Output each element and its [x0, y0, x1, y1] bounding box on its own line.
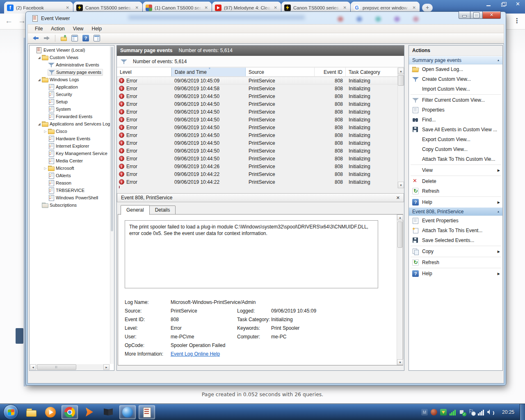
tree-item-application[interactable]: Application: [30, 83, 110, 91]
event-row[interactable]: Error09/06/2019 10:44:22PrintService808I…: [117, 178, 398, 186]
action-help[interactable]: Help▶: [409, 197, 502, 207]
toolbar-help-button[interactable]: [81, 34, 90, 43]
action-event-properties[interactable]: Event Properties: [409, 216, 502, 226]
event-row[interactable]: Error09/06/2019 10:44:50PrintService808I…: [117, 147, 398, 155]
tree-item-event-viewer-local[interactable]: Event Viewer (Local): [30, 46, 110, 54]
toolbar-back-button[interactable]: [31, 34, 40, 43]
taskbar-event-viewer-button[interactable]: [139, 405, 155, 419]
action-delete[interactable]: Delete: [409, 176, 502, 186]
menu-help[interactable]: Help: [88, 25, 106, 32]
tree-item-windows-logs[interactable]: ◢Windows Logs: [30, 76, 110, 83]
restore-icon[interactable]: [500, 2, 506, 7]
tree-item-summary-page-events[interactable]: Summary page events: [30, 68, 110, 76]
start-button[interactable]: [3, 404, 18, 420]
maximize-button[interactable]: [470, 11, 482, 19]
toolbar-action-pane-button[interactable]: [92, 34, 101, 43]
show-desktop-button[interactable]: [520, 404, 525, 420]
action-copy-custom-view[interactable]: Copy Custom View...: [409, 144, 502, 154]
expander-icon[interactable]: ◢: [37, 122, 41, 126]
network-signal-icon[interactable]: [478, 409, 484, 415]
toolbar-console-tree-button[interactable]: [70, 34, 79, 43]
toolbar-export-log-button[interactable]: [59, 34, 68, 43]
pane-splitter[interactable]: [117, 188, 404, 193]
column-header-source[interactable]: Source: [246, 68, 315, 76]
tree-item-trbservice[interactable]: TRBSERVICE: [30, 187, 110, 194]
titlebar[interactable]: Event Viewer: [26, 12, 506, 24]
close-detail-icon[interactable]: ✕: [396, 195, 400, 201]
column-header-event-id[interactable]: Event ID: [315, 68, 346, 76]
action-attach-task-to-this-custom-vie[interactable]: Attach Task To This Custom Vie...: [409, 154, 502, 164]
browser-menu-icon[interactable]: ⋮: [514, 17, 520, 25]
scroll-left-button[interactable]: ◄: [30, 364, 36, 370]
event-row[interactable]: Error09/06/2019 10:44:50PrintService808I…: [117, 108, 398, 116]
tree-item-forwarded-events[interactable]: Forwarded Events: [30, 113, 110, 120]
tree-item-cisco[interactable]: ▷Cisco: [30, 128, 110, 135]
tree-item-windows-powershell[interactable]: Windows PowerShell: [30, 194, 110, 201]
usb-safely-remove-icon[interactable]: [459, 409, 466, 415]
scrollbar-thumb[interactable]: [398, 75, 404, 86]
action-help[interactable]: Help▶: [409, 269, 502, 278]
action-import-custom-view[interactable]: Import Custom View...: [409, 84, 502, 94]
action-view[interactable]: View▶: [409, 165, 502, 175]
taskbar-chrome-button[interactable]: [62, 405, 78, 419]
scrollbar-thumb[interactable]: [37, 364, 76, 370]
menu-file[interactable]: File: [31, 25, 46, 32]
taskbar-book-dark-button[interactable]: [100, 405, 116, 419]
scrollbar-thumb[interactable]: [111, 47, 113, 231]
action-find[interactable]: Find...: [409, 115, 502, 125]
event-row[interactable]: Error09/06/2019 10:44:58PrintService808I…: [117, 84, 398, 92]
taskbar-explorer-button[interactable]: [23, 405, 39, 419]
action-center-flag-icon[interactable]: [468, 409, 475, 415]
taskbar-app-blue-button[interactable]: [119, 405, 136, 419]
action-section-header[interactable]: Summary page events▴: [409, 56, 502, 64]
tree-item-administrative-events[interactable]: Administrative Events: [30, 61, 110, 68]
scroll-down-button[interactable]: ▼: [398, 182, 404, 188]
expander-icon[interactable]: ◢: [37, 56, 41, 59]
action-filter-current-custom-view[interactable]: Filter Current Custom View...: [409, 95, 502, 105]
expander-icon[interactable]: ◢: [37, 78, 41, 82]
idm-green-icon[interactable]: [440, 409, 447, 415]
taskbar-play-orange-button[interactable]: [81, 405, 97, 419]
tab-close-icon[interactable]: ✕: [65, 5, 70, 11]
event-list-scrollbar[interactable]: ▲ ▼: [397, 68, 404, 188]
tree-item-applications-and-services-logs[interactable]: ◢Applications and Services Logs: [30, 120, 110, 128]
tab-close-icon[interactable]: ✕: [412, 5, 417, 11]
event-row[interactable]: Error09/06/2019 10:44:50PrintService808I…: [117, 139, 398, 147]
column-header-task-category[interactable]: Task Category: [346, 68, 398, 76]
tab-general[interactable]: General: [121, 205, 150, 215]
column-header-level[interactable]: Level: [117, 68, 171, 76]
close-icon[interactable]: [515, 2, 521, 7]
taskbar-media-orange-button[interactable]: [42, 405, 59, 419]
tab-close-icon[interactable]: ✕: [342, 5, 347, 11]
action-export-custom-view[interactable]: Export Custom View...: [409, 135, 502, 144]
event-row[interactable]: Error09/06/2019 10:44:22PrintService808I…: [117, 170, 398, 178]
action-refresh[interactable]: Refresh: [409, 258, 502, 267]
close-button[interactable]: [482, 11, 501, 19]
action-attach-task-to-this-event[interactable]: Attach Task To This Event...: [409, 226, 502, 235]
tree-item-setup[interactable]: Setup: [30, 98, 110, 105]
event-log-online-help-link[interactable]: Event Log Online Help: [171, 351, 220, 357]
event-row[interactable]: Error09/06/2019 10:45:09PrintService808I…: [117, 77, 398, 84]
tree-item-security[interactable]: Security: [30, 91, 110, 98]
taskbar-clock[interactable]: 20:25: [502, 404, 514, 420]
event-row[interactable]: Error09/06/2019 10:44:50PrintService808I…: [117, 92, 398, 100]
tree-item-microsoft[interactable]: ▷Microsoft: [30, 164, 110, 172]
menu-view[interactable]: View: [69, 25, 87, 32]
tree-item-system[interactable]: System: [30, 105, 110, 113]
expander-icon[interactable]: ▷: [43, 130, 48, 133]
browser-back-button[interactable]: ←: [5, 16, 13, 25]
tab-close-icon[interactable]: ✕: [204, 5, 209, 11]
scroll-up-button[interactable]: ▲: [397, 215, 403, 220]
action-save-selected-events[interactable]: Save Selected Events...: [409, 235, 502, 245]
action-properties[interactable]: Properties: [409, 105, 502, 115]
event-row[interactable]: Error09/06/2019 10:44:50PrintService808I…: [117, 155, 398, 162]
toolbar-forward-button[interactable]: [42, 34, 51, 43]
tree-item-internet-explorer[interactable]: Internet Explorer: [30, 142, 110, 150]
antivirus-red-icon[interactable]: [431, 409, 437, 415]
event-row[interactable]: Error09/06/2019 10:44:50PrintService808I…: [117, 131, 398, 139]
minimize-button[interactable]: [459, 11, 470, 19]
volume-icon[interactable]: [487, 409, 494, 415]
tree-item-oalerts[interactable]: OAlerts: [30, 172, 110, 179]
tab-close-icon[interactable]: ✕: [273, 5, 278, 11]
tree-item-subscriptions[interactable]: Subscriptions: [30, 201, 110, 209]
